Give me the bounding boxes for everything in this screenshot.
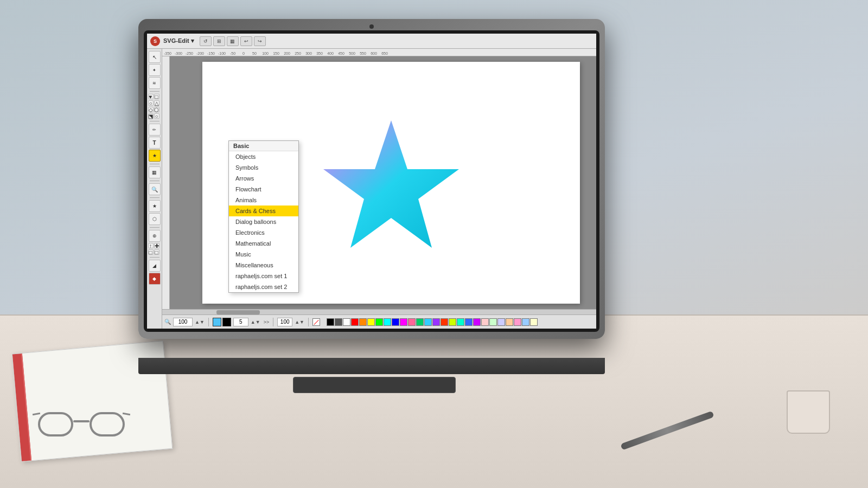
eyedropper-tool[interactable]: ◢ bbox=[149, 260, 161, 272]
ruler-tick: 400 bbox=[325, 52, 336, 55]
stroke-arrow[interactable]: >> bbox=[264, 319, 270, 325]
ruler-tick: 150 bbox=[271, 52, 282, 55]
table-btn[interactable]: ▦ bbox=[227, 36, 239, 46]
stroke-width-input[interactable] bbox=[233, 318, 248, 326]
dropdown-item-raphael1[interactable]: raphaeljs.com set 1 bbox=[229, 271, 298, 281]
cross-tool[interactable]: ✚ bbox=[154, 243, 159, 248]
triangle-tool[interactable]: △ bbox=[154, 100, 159, 106]
dropdown-item-arrows[interactable]: Arrows bbox=[229, 173, 298, 184]
ruler-tick: 200 bbox=[282, 52, 292, 55]
image-tool[interactable]: ▦ bbox=[149, 166, 161, 178]
color-periwinkle[interactable] bbox=[522, 318, 529, 326]
rotate-btn[interactable]: ↺ bbox=[200, 36, 212, 46]
polygon-tool[interactable]: ⬡ bbox=[149, 213, 161, 225]
color-scarlet[interactable] bbox=[441, 318, 448, 326]
dropdown-item-dialog-balloons[interactable]: Dialog balloons bbox=[229, 216, 298, 227]
select-tool[interactable]: ↖ bbox=[149, 51, 161, 63]
color-red[interactable] bbox=[351, 318, 359, 326]
opacity-spin[interactable]: ▲▼ bbox=[295, 319, 304, 325]
star-tool[interactable]: ★ bbox=[149, 200, 161, 212]
text-tool[interactable]: T bbox=[149, 137, 161, 149]
ruler-tick: -250 bbox=[184, 52, 195, 55]
color-peach[interactable] bbox=[506, 318, 513, 326]
zoom-tool[interactable]: 🔍 bbox=[149, 183, 161, 195]
ruler-tick: -350 bbox=[162, 52, 173, 55]
diamond-tool[interactable]: ◇ bbox=[148, 107, 154, 112]
ruler-tick: 0 bbox=[238, 52, 249, 55]
opacity-input[interactable] bbox=[277, 318, 292, 326]
node-tool[interactable]: ✦ bbox=[149, 64, 161, 76]
paint-tool[interactable]: ◆ bbox=[149, 273, 161, 285]
dropdown-item-animals[interactable]: Animals bbox=[229, 195, 298, 206]
scrollbar-horizontal[interactable] bbox=[162, 309, 596, 314]
ellipse-tool[interactable]: ○ bbox=[148, 100, 154, 106]
color-dark[interactable] bbox=[335, 318, 342, 326]
heart-tool[interactable]: ♥ bbox=[148, 94, 154, 99]
canvas-viewport[interactable]: Basic Objects Symbols Arrows Flowchart A… bbox=[170, 56, 596, 309]
color-orange[interactable] bbox=[359, 318, 367, 326]
fill-color-box[interactable] bbox=[213, 318, 221, 326]
color-yellow[interactable] bbox=[367, 318, 375, 326]
color-lavender[interactable] bbox=[497, 318, 505, 326]
dropdown-item-flowchart[interactable]: Flowchart bbox=[229, 184, 298, 195]
shapes-tool[interactable]: ★ bbox=[149, 150, 161, 162]
dropdown-item-electronics[interactable]: Electronics bbox=[229, 227, 298, 238]
shape-1[interactable]: ⬔ bbox=[148, 113, 154, 119]
color-violet[interactable] bbox=[473, 318, 481, 326]
dropdown-item-raphael2[interactable]: raphaeljs.com set 2 bbox=[229, 281, 298, 292]
hexagon-tool[interactable]: ⬡ bbox=[154, 107, 159, 112]
tweak-tool[interactable]: ≋ bbox=[149, 77, 161, 89]
ruler-tick: -100 bbox=[216, 52, 227, 55]
dropdown-item-music[interactable]: Music bbox=[229, 249, 298, 260]
color-mint[interactable] bbox=[457, 318, 464, 326]
redo-btn[interactable]: ↪ bbox=[254, 36, 266, 46]
ruler-tick: 300 bbox=[303, 52, 314, 55]
color-pink[interactable] bbox=[408, 318, 416, 326]
tool-a[interactable]: □ bbox=[148, 249, 154, 255]
app-brand[interactable]: SVG-Edit ▾ bbox=[163, 37, 194, 44]
ruler-tick: -300 bbox=[173, 52, 184, 55]
color-blue[interactable] bbox=[392, 318, 399, 326]
color-lightpink[interactable] bbox=[481, 318, 489, 326]
bottom-toolbar: 🔍 100 ▲▼ ▲▼ >> bbox=[162, 314, 596, 329]
path-tool[interactable]: ✏ bbox=[149, 124, 161, 136]
dropdown-item-miscellaneous[interactable]: Miscellaneous bbox=[229, 260, 298, 271]
zoom-input[interactable]: 100 bbox=[173, 318, 193, 326]
grid-btn[interactable]: ⊞ bbox=[213, 36, 225, 46]
dropdown-item-objects[interactable]: Objects bbox=[229, 151, 298, 162]
arrow-tool[interactable]: ↑ bbox=[148, 243, 154, 248]
ruler-tick: 250 bbox=[292, 52, 303, 55]
color-white[interactable] bbox=[343, 318, 350, 326]
ruler-tick: 650 bbox=[379, 52, 390, 55]
rect-tool[interactable]: □ bbox=[154, 94, 159, 99]
color-cornblue[interactable] bbox=[465, 318, 473, 326]
stroke-color-box[interactable] bbox=[222, 318, 231, 326]
dropdown-item-mathematical[interactable]: Mathematical bbox=[229, 238, 298, 249]
undo-btn[interactable]: ↩ bbox=[240, 36, 252, 46]
dropdown-item-symbols[interactable]: Symbols bbox=[229, 162, 298, 173]
shape-2[interactable]: ○ bbox=[154, 113, 159, 119]
color-cream[interactable] bbox=[530, 318, 538, 326]
more-shapes[interactable]: ⊕ bbox=[149, 230, 161, 242]
ruler-tick: 50 bbox=[249, 52, 260, 55]
color-lime[interactable] bbox=[449, 318, 456, 326]
tool-b[interactable]: □ bbox=[154, 249, 159, 255]
color-cyan[interactable] bbox=[384, 318, 391, 326]
color-lightgreen[interactable] bbox=[489, 318, 497, 326]
color-green[interactable] bbox=[375, 318, 383, 326]
ruler-tick: 450 bbox=[336, 52, 347, 55]
zoom-icon: 🔍 bbox=[164, 319, 171, 325]
color-rose[interactable] bbox=[514, 318, 521, 326]
color-purple[interactable] bbox=[432, 318, 440, 326]
transparent-swatch[interactable] bbox=[312, 318, 320, 326]
separator bbox=[208, 318, 209, 326]
ruler-vertical bbox=[162, 56, 170, 309]
color-teal[interactable] bbox=[416, 318, 424, 326]
scrollbar-thumb[interactable] bbox=[216, 310, 260, 314]
stroke-spin[interactable]: ▲▼ bbox=[251, 319, 260, 325]
color-black[interactable] bbox=[327, 318, 334, 326]
dropdown-item-cards-chess[interactable]: Cards & Chess bbox=[229, 206, 298, 216]
color-magenta[interactable] bbox=[400, 318, 407, 326]
ruler-horizontal: -350 -300 -250 -200 -150 -100 -50 0 50 1… bbox=[162, 49, 596, 56]
color-skyblue[interactable] bbox=[424, 318, 432, 326]
